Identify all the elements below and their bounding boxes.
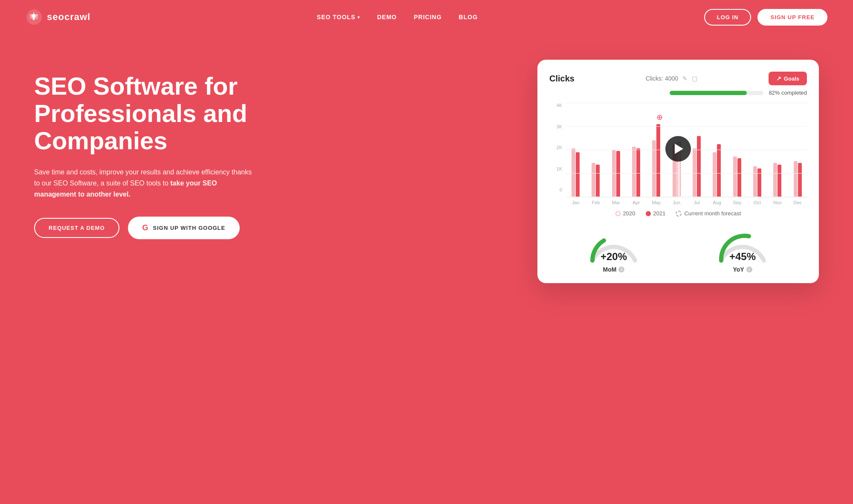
nav-pricing[interactable]: PRICING — [414, 14, 441, 20]
y-label-0: 0 — [560, 187, 562, 192]
bar-2021-feb — [596, 165, 600, 197]
bar-2020-apr — [632, 147, 636, 197]
progress-row: 82% completed — [549, 90, 807, 96]
play-icon — [675, 144, 683, 154]
gauge-row: +20% MoM i — [549, 225, 807, 273]
y-axis: 4K 3K 2K 1K 0 — [549, 103, 565, 192]
chart-top-row: Clicks Clicks: 4000 ✎ ▢ ↗ Goals — [549, 72, 807, 85]
hero-left: SEO Software for Professionals and Compa… — [34, 60, 256, 239]
x-label-jul: Jul — [688, 200, 706, 205]
signup-button[interactable]: SIGN UP FREE — [757, 9, 827, 26]
star-marker: ⊕ — [656, 113, 663, 122]
y-label-3k: 3K — [557, 124, 562, 129]
y-label-4k: 4K — [557, 103, 562, 108]
bar-2020-aug — [713, 152, 717, 197]
navbar: 🕷 seocrawl SEO TOOLS ▾ DEMO PRICING BLOG… — [0, 0, 853, 34]
google-signup-button[interactable]: G SIGN UP WITH GOOGLE — [128, 217, 240, 239]
x-label-aug: Aug — [708, 200, 726, 205]
bar-2021-dec — [798, 163, 802, 197]
chart-legend: 2020 2021 Current month forecast — [549, 210, 807, 217]
bar-2021-aug — [717, 144, 721, 197]
bar-pair-mar — [607, 150, 625, 197]
bar-2020-mar — [612, 150, 616, 197]
hero-buttons: REQUEST A DEMO G SIGN UP WITH GOOGLE — [34, 217, 256, 239]
nav-seo-tools[interactable]: SEO TOOLS ▾ — [317, 14, 360, 20]
y-label-1k: 1K — [557, 166, 562, 171]
legend-dot-2021 — [646, 211, 651, 216]
bar-2021-mar — [616, 151, 620, 197]
bar-group-sep — [728, 156, 746, 197]
legend-forecast: Current month forecast — [676, 210, 741, 217]
copy-icon[interactable]: ▢ — [692, 75, 697, 82]
bar-pair-sep — [728, 156, 746, 197]
bar-2020-jul — [693, 148, 696, 197]
gauge-yoy-label: YoY i — [733, 266, 752, 273]
logo[interactable]: 🕷 seocrawl — [26, 9, 90, 26]
nav-demo[interactable]: DEMO — [377, 14, 397, 20]
bar-pair-apr — [627, 147, 645, 197]
x-label-jan: Jan — [566, 200, 585, 205]
svg-text:🕷: 🕷 — [30, 12, 38, 21]
play-button[interactable] — [665, 136, 691, 162]
x-label-nov: Nov — [768, 200, 786, 205]
bar-chart: 4K 3K 2K 1K 0 — [549, 103, 807, 205]
goals-button[interactable]: ↗ Goals — [769, 72, 807, 85]
bar-2020-may — [652, 140, 656, 197]
bar-2021-sep — [737, 158, 741, 197]
mom-info-icon[interactable]: i — [618, 266, 624, 272]
hero-description: Save time and costs, improve your result… — [34, 167, 256, 200]
bar-group-dec — [789, 161, 807, 197]
x-label-feb: Feb — [586, 200, 605, 205]
trend-icon: ↗ — [776, 75, 781, 82]
hero-right: Clicks Clicks: 4000 ✎ ▢ ↗ Goals 82% comp… — [537, 60, 819, 283]
bar-2021-oct — [757, 168, 761, 197]
demo-button[interactable]: REQUEST A DEMO — [34, 218, 119, 238]
legend-dot-2020 — [615, 211, 621, 216]
chart-card: Clicks Clicks: 4000 ✎ ▢ ↗ Goals 82% comp… — [537, 60, 819, 283]
login-button[interactable]: LOG IN — [704, 9, 751, 26]
bar-group-jan — [566, 148, 585, 197]
bar-group-mar — [607, 150, 625, 197]
legend-2021: 2021 — [646, 210, 666, 217]
edit-icon[interactable]: ✎ — [682, 75, 688, 82]
gauge-mom-wrap: +20% — [586, 229, 641, 263]
bar-pair-aug — [708, 144, 726, 197]
gauge-yoy-value: +45% — [729, 251, 756, 263]
progress-fill — [670, 91, 746, 95]
gauge-mom: +20% MoM i — [586, 229, 641, 273]
bar-2021-nov — [778, 165, 781, 197]
gauge-yoy: +45% YoY i — [715, 229, 770, 273]
bar-2020-feb — [592, 163, 595, 197]
x-label-sep: Sep — [728, 200, 746, 205]
chart-meta: Clicks: 4000 ✎ ▢ — [646, 75, 697, 82]
x-label-dec: Dec — [789, 200, 807, 205]
bar-2021-jul — [697, 136, 701, 197]
bar-2021-may — [656, 124, 660, 197]
nav-links: SEO TOOLS ▾ DEMO PRICING BLOG — [317, 14, 478, 20]
x-label-jun: Jun — [667, 200, 686, 205]
x-label-oct: Oct — [748, 200, 766, 205]
nav-blog[interactable]: BLOG — [459, 14, 478, 20]
progress-percent: 82% completed — [769, 90, 807, 96]
bar-2020-oct — [753, 166, 757, 197]
bar-pair-nov — [768, 163, 786, 197]
bar-2020-dec — [794, 161, 798, 197]
x-label-may: May — [647, 200, 665, 205]
bar-pair-may — [647, 124, 665, 197]
gauge-yoy-wrap: +45% — [715, 229, 770, 263]
x-label-apr: Apr — [627, 200, 645, 205]
bar-pair-jan — [566, 148, 585, 197]
bar-group-apr — [627, 147, 645, 197]
bar-2020-sep — [733, 156, 737, 197]
clicks-value: Clicks: 4000 — [646, 75, 678, 82]
bar-2020-nov — [773, 163, 777, 197]
gauge-mom-label: MoM i — [603, 266, 625, 273]
logo-icon: 🕷 — [26, 9, 43, 26]
chart-title: Clicks — [549, 74, 574, 84]
bar-group-feb — [586, 163, 605, 197]
chevron-down-icon: ▾ — [357, 15, 360, 20]
hero-title: SEO Software for Professionals and Compa… — [34, 72, 256, 154]
yoy-info-icon[interactable]: i — [746, 266, 752, 272]
bar-group-oct — [748, 166, 766, 197]
bar-pair-dec — [789, 161, 807, 197]
